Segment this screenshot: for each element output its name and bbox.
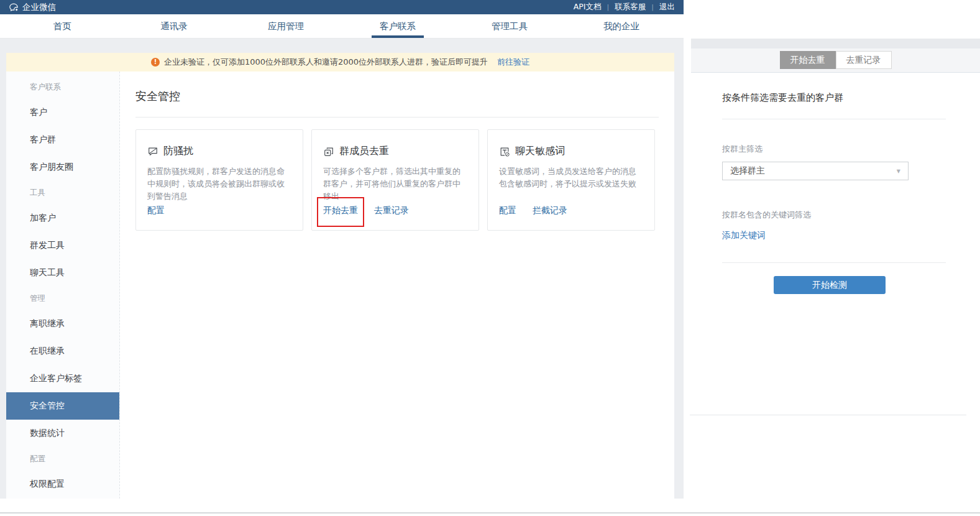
sidebar-section-management: 管理 [6, 287, 119, 310]
dedup-panel: 开始去重 去重记录 按条件筛选需要去重的客户群 按群主筛选 选择群主 ▼ 按群名… [691, 0, 980, 499]
sidebar-item-corp-customer-tags[interactable]: 企业客户标签 [6, 365, 119, 392]
card-sensitive-words: 聊天敏感词 设置敏感词，当成员发送给客户的消息包含敏感词时，将予以提示或发送失败… [487, 129, 655, 231]
separator: | [607, 3, 610, 11]
banner-text: 企业未验证，仅可添加1000位外部联系人和邀请2000位外部联系人进群，验证后即… [164, 57, 488, 68]
topbar-links: API文档 | 联系客服 | 退出 [574, 2, 675, 12]
wecom-admin-page: 企业微信 API文档 | 联系客服 | 退出 首页 通讯录 应用管理 客户联系 … [0, 0, 684, 499]
card-description: 设置敏感词，当成员发送给客户的消息包含敏感词时，将予以提示或发送失败 [499, 165, 643, 190]
sensitive-config-link[interactable]: 配置 [499, 205, 516, 216]
divider [135, 117, 659, 117]
go-verify-link[interactable]: 前往验证 [497, 57, 529, 68]
card-anti-harassment: 防骚扰 配置防骚扰规则，群客户发送的消息命中规则时，该成员将会被踢出群聊或收到警… [135, 129, 303, 231]
primary-nav: 首页 通讯录 应用管理 客户联系 管理工具 我的企业 [0, 14, 684, 39]
verification-banner: ! 企业未验证，仅可添加1000位外部联系人和邀请2000位外部联系人进群，验证… [6, 53, 674, 71]
sensitive-word-icon [499, 146, 510, 157]
sidebar-section-customer-contact: 客户联系 [6, 75, 119, 99]
group-owner-select[interactable]: 选择群主 ▼ [722, 162, 909, 180]
keyword-filter-label: 按群名包含的关键词筛选 [722, 210, 946, 221]
nav-customer-contact[interactable]: 客户联系 [342, 14, 454, 38]
panel-header-strip [691, 39, 980, 48]
sidebar-item-data-statistics[interactable]: 数据统计 [6, 420, 119, 447]
sidebar-item-permission-config[interactable]: 权限配置 [6, 471, 119, 498]
intercept-records-link[interactable]: 拦截记录 [533, 205, 567, 216]
main-content: 安全管控 防骚扰 配置防骚扰规则，群客户发送的消息命中规则时，该成员将会被踢出群… [120, 71, 674, 499]
start-dedup-link[interactable]: 开始去重 [323, 205, 358, 216]
divider [722, 119, 946, 119]
sidebar-section-config: 配置 [6, 447, 119, 471]
sidebar-item-resigned-inheritance[interactable]: 离职继承 [6, 310, 119, 338]
sidebar: 客户联系 客户 客户群 客户朋友圈 工具 加客户 群发工具 聊天工具 管理 离职… [6, 71, 120, 499]
member-dedup-icon [323, 146, 334, 157]
brand-label: 企业微信 [22, 2, 56, 13]
page-title: 安全管控 [135, 89, 659, 104]
sidebar-item-customer-moments[interactable]: 客户朋友圈 [6, 154, 119, 181]
divider [690, 415, 966, 415]
dedup-panel-tabs: 开始去重 去重记录 [691, 48, 980, 73]
owner-filter-label: 按群主筛选 [722, 144, 946, 155]
sidebar-item-customers[interactable]: 客户 [6, 99, 119, 126]
warning-icon: ! [151, 58, 160, 67]
group-owner-select-value: 选择群主 [730, 165, 765, 177]
card-links: 开始去重 去重记录 [323, 205, 409, 216]
chevron-down-icon: ▼ [897, 168, 900, 174]
nav-admin-tools[interactable]: 管理工具 [454, 14, 566, 38]
sidebar-item-active-inheritance[interactable]: 在职继承 [6, 338, 119, 365]
sidebar-item-group-message-tool[interactable]: 群发工具 [6, 232, 119, 259]
card-title: 聊天敏感词 [515, 145, 565, 158]
brand: 企业微信 [9, 2, 56, 13]
topbar: 企业微信 API文档 | 联系客服 | 退出 [0, 0, 684, 14]
card-description: 可选择多个客户群，筛选出其中重复的群客户，并可将他们从重复的客户群中移出 [323, 165, 467, 203]
start-detect-button[interactable]: 开始检测 [774, 276, 886, 294]
anti-harassment-icon [147, 146, 158, 157]
add-keyword-link[interactable]: 添加关键词 [722, 230, 766, 241]
nav-app-management[interactable]: 应用管理 [230, 14, 342, 38]
tab-dedup-records[interactable]: 去重记录 [836, 51, 892, 69]
page-bottom [0, 499, 980, 516]
wecom-logo-icon [9, 2, 19, 12]
nav-my-company[interactable]: 我的企业 [566, 14, 677, 38]
nav-contacts[interactable]: 通讯录 [118, 14, 230, 38]
card-title-row: 群成员去重 [323, 145, 467, 158]
feature-cards: 防骚扰 配置防骚扰规则，群客户发送的消息命中规则时，该成员将会被踢出群聊或收到警… [135, 129, 659, 231]
dedup-panel-content: 按条件筛选需要去重的客户群 按群主筛选 选择群主 ▼ 按群名包含的关键词筛选 添… [722, 73, 946, 294]
divider [722, 262, 946, 263]
nav-home[interactable]: 首页 [6, 14, 118, 38]
sidebar-item-add-customer[interactable]: 加客户 [6, 205, 119, 232]
tab-start-dedup[interactable]: 开始去重 [780, 51, 836, 69]
card-member-dedup: 群成员去重 可选择多个客户群，筛选出其中重复的群客户，并可将他们从重复的客户群中… [311, 129, 479, 231]
anti-harassment-config-link[interactable]: 配置 [147, 205, 165, 216]
card-title-row: 防骚扰 [147, 145, 291, 158]
logout-link[interactable]: 退出 [659, 2, 675, 12]
divider [0, 512, 980, 514]
card-title: 群成员去重 [339, 145, 389, 158]
separator: | [651, 3, 654, 11]
sidebar-item-security-control[interactable]: 安全管控 [6, 392, 119, 420]
card-links: 配置 拦截记录 [499, 205, 567, 216]
sidebar-section-tools: 工具 [6, 181, 119, 205]
card-title-row: 聊天敏感词 [499, 145, 643, 158]
api-docs-link[interactable]: API文档 [574, 2, 602, 12]
sidebar-item-chat-tool[interactable]: 聊天工具 [6, 259, 119, 287]
card-title: 防骚扰 [163, 145, 193, 158]
card-links: 配置 [147, 205, 165, 216]
screen: 企业微信 API文档 | 联系客服 | 退出 首页 通讯录 应用管理 客户联系 … [0, 0, 980, 516]
card-description: 配置防骚扰规则，群客户发送的消息命中规则时，该成员将会被踢出群聊或收到警告消息 [147, 165, 291, 203]
dedup-records-link[interactable]: 去重记录 [374, 205, 409, 216]
contact-support-link[interactable]: 联系客服 [615, 2, 646, 12]
sidebar-item-customer-groups[interactable]: 客户群 [6, 126, 119, 154]
panel-heading: 按条件筛选需要去重的客户群 [722, 92, 946, 104]
